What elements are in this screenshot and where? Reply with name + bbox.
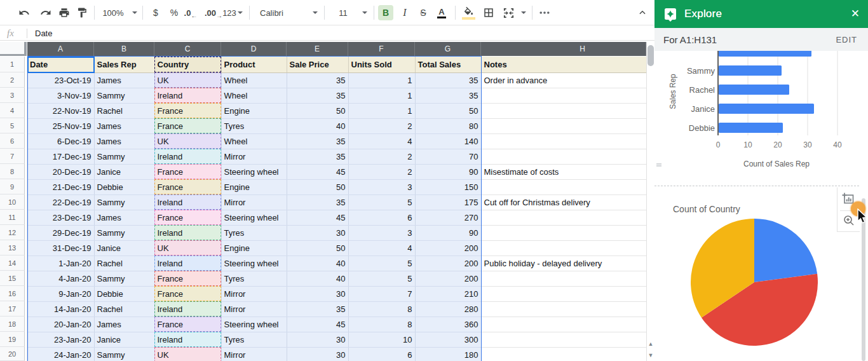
svg-text:Rachel: Rachel [689,85,715,95]
svg-text:Count of Sales Rep: Count of Sales Rep [743,160,810,168]
svg-text:10: 10 [743,140,752,149]
svg-text:Janice: Janice [691,104,715,114]
svg-text:40: 40 [833,140,842,149]
svg-text:20: 20 [773,140,782,149]
svg-text:Sammy: Sammy [687,66,715,76]
svg-text:Sales Rep: Sales Rep [668,74,677,109]
svg-text:0: 0 [716,140,721,149]
svg-text:30: 30 [803,140,812,149]
svg-text:Debbie: Debbie [689,123,715,133]
